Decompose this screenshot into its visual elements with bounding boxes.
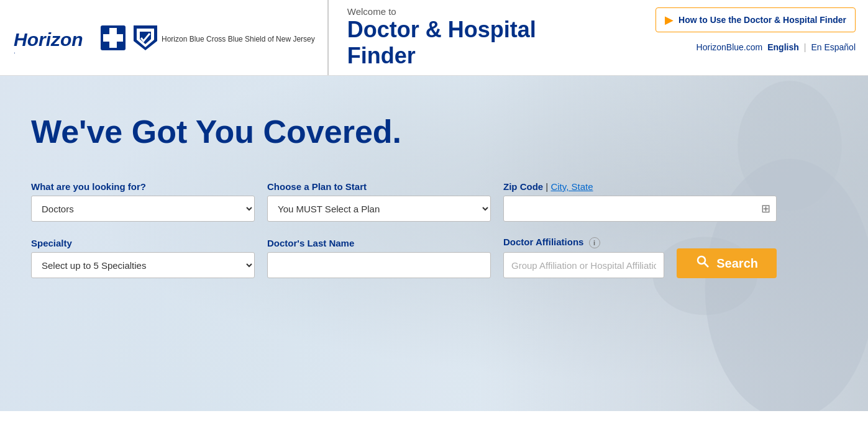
horizonblue-link[interactable]: HorizonBlue.com [697,42,763,52]
specialty-group: Specialty Select up to 5 Specialties [31,238,255,278]
play-circle-icon: ▶ [665,13,674,27]
affiliations-label: Doctor Affiliations i [503,237,664,248]
horizon-logo: Horizon . [12,22,162,53]
form-row-2: Specialty Select up to 5 Specialties Doc… [31,237,777,278]
form-row-1: What are you looking for? Doctors Hospit… [31,181,777,222]
search-icon [695,254,710,273]
affiliations-input[interactable] [503,252,664,278]
svg-point-8 [698,256,705,264]
zip-input[interactable] [503,196,777,222]
svg-text:Horizon: Horizon [14,29,83,50]
svg-rect-4 [103,34,123,42]
affiliations-group: Doctor Affiliations i [503,237,664,278]
logo-text: Horizon Blue Cross Blue Shield of New Je… [162,32,315,43]
search-button-group: Search [677,248,777,278]
info-icon[interactable]: i [589,237,600,248]
hero-section: We've Got You Covered. What are you look… [0,76,868,411]
looking-for-label: What are you looking for? [31,181,255,192]
svg-line-9 [705,263,709,268]
logo-section: Horizon . Horizon Blue Cross Blue Shield… [0,0,329,75]
zip-input-wrap: ⊞ [503,196,777,222]
specialty-label: Specialty [31,238,255,248]
svg-text:.: . [14,48,16,53]
hero-headline: We've Got You Covered. [31,113,837,150]
language-bar: HorizonBlue.com English | En Español [697,42,856,52]
specialty-select[interactable]: Select up to 5 Specialties [31,252,255,278]
header-right: ▶ How to Use the Doctor & Hospital Finde… [607,0,868,75]
welcome-section: Welcome to Doctor & Hospital Finder [329,0,607,75]
how-to-link[interactable]: ▶ How to Use the Doctor & Hospital Finde… [656,7,856,32]
search-label: Search [716,256,758,271]
grid-icon: ⊞ [761,202,770,215]
finder-title: Doctor & Hospital Finder [347,17,588,69]
english-lang[interactable]: English [767,42,799,52]
last-name-input[interactable] [267,252,491,278]
looking-for-select[interactable]: Doctors Hospitals Urgent Care All [31,196,255,222]
hero-content: We've Got You Covered. What are you look… [0,76,868,318]
spanish-lang[interactable]: En Español [811,42,856,52]
page-header: Horizon . Horizon Blue Cross Blue Shield… [0,0,868,76]
plan-group: Choose a Plan to Start You MUST Select a… [267,181,491,222]
tagline: Horizon Blue Cross Blue Shield of New Je… [162,35,315,43]
welcome-text: Welcome to [347,6,588,17]
horizon-wordmark-svg: Horizon . [12,22,93,53]
last-name-label: Doctor's Last Name [267,238,491,248]
search-form: What are you looking for? Doctors Hospit… [31,181,777,278]
looking-for-group: What are you looking for? Doctors Hospit… [31,181,255,222]
city-state-link[interactable]: City, State [550,181,593,192]
plan-select[interactable]: You MUST Select a Plan [267,196,491,222]
lang-divider: | [804,42,806,52]
bcbs-logo-svg [99,22,162,53]
search-button[interactable]: Search [677,248,777,278]
last-name-group: Doctor's Last Name [267,238,491,278]
zip-group: Zip Code | City, State ⊞ [503,181,777,222]
zip-label: Zip Code | City, State [503,181,777,192]
how-to-label: How to Use the Doctor & Hospital Finder [678,15,846,25]
plan-label: Choose a Plan to Start [267,181,491,192]
